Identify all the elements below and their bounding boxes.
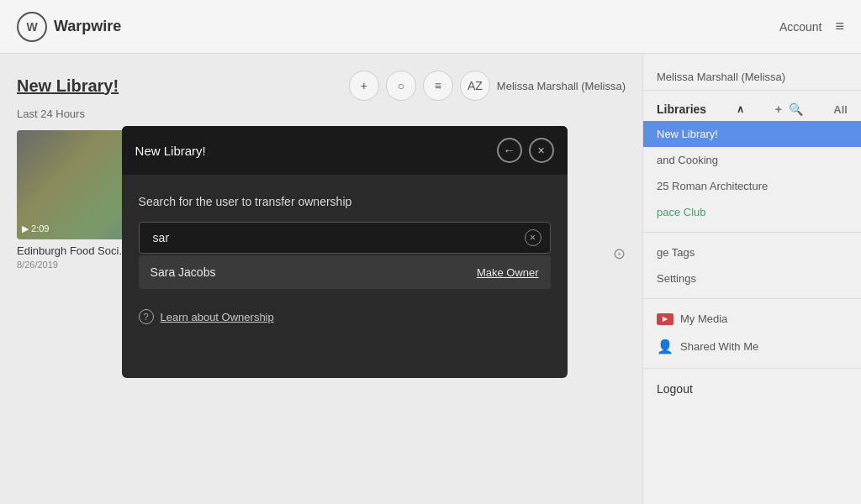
help-icon: ? [139, 309, 154, 324]
account-link[interactable]: Account [779, 20, 822, 34]
my-media-icon: ▶ [657, 313, 673, 325]
sidebar-item-new-library[interactable]: New Library! [643, 121, 861, 147]
library-title: New Library! [17, 76, 119, 96]
make-owner-button[interactable]: Make Owner [477, 266, 539, 279]
sidebar-item-cooking[interactable]: and Cooking [643, 147, 861, 173]
sidebar-item-settings[interactable]: Settings [643, 265, 861, 291]
back-icon: ← [504, 144, 515, 157]
sidebar-divider-3 [643, 368, 861, 369]
header-right: Account ≡ [779, 18, 844, 35]
modal-header-icons: ← × [497, 138, 554, 163]
sidebar-add-button[interactable]: + [775, 102, 782, 116]
time-filter: Last 24 Hours [17, 108, 626, 120]
app-header: W Warpwire Account ≡ [0, 0, 861, 54]
right-sidebar: Melissa Marshall (Melissa) Libraries ∧ +… [642, 54, 861, 504]
logo-icon: W [17, 12, 47, 42]
user-search-input[interactable] [148, 223, 525, 253]
list-button[interactable]: ≡ [423, 71, 453, 101]
app-name: Warpwire [54, 18, 121, 35]
sidebar-item-shared[interactable]: 👤 Shared With Me [643, 332, 861, 361]
search-clear-button[interactable]: × [525, 229, 541, 246]
modal-subtitle: Search for the user to transfer ownershi… [139, 195, 551, 208]
modal-close-button[interactable]: × [529, 138, 554, 163]
modal-title: New Library! [135, 144, 206, 158]
sidebar-controls: + 🔍 [775, 102, 803, 116]
close-icon: × [538, 144, 545, 157]
learn-ownership-link[interactable]: Learn about Ownership [161, 311, 274, 323]
sidebar-item-tags[interactable]: ge Tags [643, 239, 861, 265]
video-duration: ▶ 2:09 [22, 223, 49, 234]
transfer-ownership-modal: New Library! ← × Search for the user to … [122, 126, 568, 378]
libraries-section-header: Libraries ∧ + 🔍 All [643, 97, 861, 121]
add-button[interactable]: + [349, 71, 379, 101]
result-user-name: Sara Jacobs [151, 265, 216, 279]
modal-body: Search for the user to transfer ownershi… [122, 175, 568, 344]
sidebar-divider-1 [643, 232, 861, 233]
logo-area: W Warpwire [17, 12, 121, 42]
library-header: New Library! + ○ ≡ AZ Melissa Marshall (… [17, 71, 626, 101]
all-label[interactable]: All [833, 103, 848, 116]
menu-icon[interactable]: ≡ [835, 18, 844, 35]
az-button[interactable]: AZ [460, 71, 490, 101]
modal-header: New Library! ← × [122, 126, 568, 175]
video-date: 8/26/2019 [17, 260, 128, 270]
sidebar-item-roman[interactable]: 25 Roman Architecture [643, 173, 861, 199]
learn-row: ? Learn about Ownership [139, 309, 551, 324]
logout-button[interactable]: Logout [643, 375, 861, 402]
circle-button[interactable]: ○ [386, 71, 416, 101]
sidebar-item-my-media[interactable]: ▶ My Media [643, 306, 861, 332]
toolbar-icons: + ○ ≡ AZ [349, 71, 490, 101]
video-details: Edinburgh Food Soci... 8/26/2019 [17, 244, 128, 270]
user-bar: Melissa Marshall (Melissa) [643, 64, 861, 91]
sidebar-divider-2 [643, 298, 861, 299]
sidebar-search-button[interactable]: 🔍 [789, 102, 803, 116]
modal-back-button[interactable]: ← [497, 138, 522, 163]
video-title: Edinburgh Food Soci... [17, 244, 128, 257]
user-label: Melissa Marshall (Melissa) [497, 80, 626, 92]
search-result-row: Sara Jacobs Make Owner [139, 255, 551, 289]
search-row: × [139, 222, 551, 254]
sidebar-item-space[interactable]: pace Club [643, 199, 861, 225]
video-more-button[interactable]: ⊙ [613, 244, 626, 263]
shared-icon: 👤 [657, 339, 673, 354]
